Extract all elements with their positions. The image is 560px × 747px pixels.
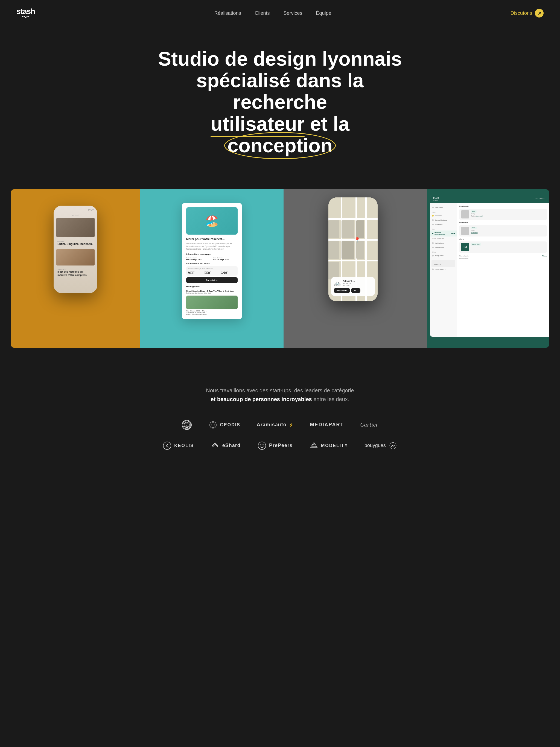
aramisauto-suffix: ⚡ bbox=[289, 423, 294, 427]
billing2-icon bbox=[432, 268, 434, 270]
cta-label: Discutons bbox=[510, 10, 532, 16]
travel-thanks-title: Merci pour votre réservat... bbox=[186, 237, 238, 241]
sidebar-item-billing2[interactable]: Billing items ··· bbox=[430, 267, 457, 272]
dashboard-header: PLUS by glmy Main > Plann... bbox=[430, 195, 549, 203]
alerts-card: +10 Started: Tod... bbox=[459, 241, 547, 253]
event-card-1: Vesti... Coding Today, More detail bbox=[459, 209, 547, 220]
sidebar-language-selector[interactable]: English (UK) bbox=[432, 260, 455, 267]
project-panel-bike[interactable]: 📍 🚲 Bik'Air L... BD 34 km 02:23:45 bbox=[284, 189, 427, 348]
client-logos-row2: KEOLIS eShard PrePeers bbox=[17, 441, 543, 450]
event-card-2: Vesti... Today, More detail bbox=[459, 225, 547, 236]
project-panel-dashboard[interactable]: PLUS by glmy Main > Plann... Hide menu A… bbox=[427, 189, 549, 348]
sidebar-admin-label: Admin bbox=[430, 210, 457, 213]
modelity-icon bbox=[309, 441, 319, 450]
prepeers-icon bbox=[257, 441, 267, 450]
alerts-text: Started: Tod... bbox=[471, 243, 481, 251]
brand-logo[interactable]: stash bbox=[17, 8, 35, 19]
client-prepeers: PrePeers bbox=[257, 441, 292, 450]
travel-hotel: Shanti Maurice Resort & Spa, The Villas … bbox=[186, 290, 238, 315]
dashboard-main: Event endi... Vesti... Coding Today, Mor… bbox=[457, 203, 549, 337]
perene-label-about: À propos bbox=[57, 240, 94, 242]
dashboard-breadcrumb: Main > Plann... bbox=[535, 198, 546, 200]
event-end-label: Event endi... bbox=[459, 205, 547, 207]
svg-point-10 bbox=[262, 444, 263, 445]
bike-fi-btn[interactable]: Fi... bbox=[351, 288, 360, 293]
client-entreprise: ENTREPRISE & PROGRÈS bbox=[182, 420, 192, 430]
event-text-1: Vesti... Coding Today, More detail bbox=[471, 210, 483, 218]
sidebar-item-hide-menu[interactable]: Hide menu bbox=[430, 205, 457, 210]
client-cartier: Cartier bbox=[360, 422, 378, 428]
sidebar-item-monitoring[interactable]: Monitoring bbox=[430, 222, 457, 227]
travel-dates-row: Date du départ Mar. 06 sept. 2023 Date d… bbox=[186, 257, 238, 261]
navbar: stash Réalisations Clients Services Équi… bbox=[0, 0, 560, 26]
sidebar-item-notifications[interactable]: Notifications bbox=[430, 241, 457, 245]
filters-label[interactable]: Filters bbox=[542, 255, 547, 257]
event-img-1 bbox=[461, 210, 469, 218]
planned-icon bbox=[432, 233, 433, 234]
nav-link-services[interactable]: Services bbox=[284, 10, 302, 16]
hero-title-line1: Studio de design lyonnais bbox=[158, 48, 402, 70]
alert-value: +10 bbox=[463, 246, 467, 248]
cta-button[interactable]: Discutons ↗ bbox=[510, 9, 543, 18]
notifications-icon bbox=[432, 242, 434, 244]
perene-text-block: À propos Entier. Singulier. Inattendu. bbox=[56, 239, 95, 247]
event-coding-tag: Coding bbox=[471, 213, 475, 215]
client-eshard: eShard bbox=[210, 441, 240, 450]
clients-intro-text: Nous travaillons avec des start-ups, des… bbox=[184, 386, 376, 404]
map-pin: 📍 bbox=[354, 237, 361, 243]
travel-hotel-img bbox=[186, 295, 238, 309]
nav-links: Réalisations Clients Services Équipe bbox=[214, 10, 331, 16]
travel-section-vol: Informations sur le vol bbox=[186, 262, 238, 265]
nav-link-realisations[interactable]: Réalisations bbox=[214, 10, 241, 16]
sidebar-item-planned[interactable]: Planned unavailability 17 bbox=[430, 231, 457, 236]
travel-illustration: 🏖️ bbox=[186, 207, 238, 235]
project-panel-travel[interactable]: 🏖️ Merci pour votre réservat... Votre ré… bbox=[140, 189, 284, 348]
nav-item-clients[interactable]: Clients bbox=[255, 10, 270, 16]
nav-link-clients[interactable]: Clients bbox=[255, 10, 270, 16]
travel-card: 🏖️ Merci pour votre réservat... Votre ré… bbox=[182, 203, 242, 319]
sidebar-item-general-settings[interactable]: General Settings bbox=[430, 218, 457, 222]
svg-text:PROGRÈS: PROGRÈS bbox=[183, 426, 190, 427]
cta-arrow-icon: ↗ bbox=[535, 9, 543, 18]
perene-hero-img bbox=[56, 218, 95, 237]
svg-point-7 bbox=[163, 442, 171, 449]
travel-depart-field: Date du départ Mar. 06 sept. 2023 bbox=[186, 257, 211, 261]
hero-title: Studio de design lyonnais spécialisé dan… bbox=[157, 48, 403, 156]
travel-retour-field: Date du retour Mar. 20 sept. 2023 bbox=[213, 257, 238, 261]
bike-distance: BD 34 km bbox=[343, 282, 355, 284]
project-panel-perene[interactable]: 17:47 perene.fr À propos Entier. Singuli… bbox=[11, 189, 140, 348]
powerplants-icon bbox=[432, 247, 434, 248]
billing-icon bbox=[432, 255, 434, 256]
sidebar-main-label: Main bbox=[430, 227, 457, 231]
perene-url: perene.fr bbox=[56, 214, 95, 216]
travel-section-voyage: Informations du voyage bbox=[186, 253, 238, 255]
travel-flight-row: N° de vol AF140 Départ à 12h30 N° de vol… bbox=[188, 271, 236, 274]
event-tag-1: Vesti... bbox=[471, 210, 477, 213]
event-more-detail-2[interactable]: More detail bbox=[471, 232, 478, 233]
nav-item-equipe[interactable]: Équipe bbox=[316, 10, 331, 16]
client-geodis: GEODIS bbox=[208, 420, 240, 430]
sidebar-item-billing[interactable]: Billing items bbox=[430, 254, 457, 258]
nav-link-equipe[interactable]: Équipe bbox=[316, 10, 331, 16]
powerplants-label: Powerplants bbox=[459, 258, 547, 259]
bike-action-buttons: Verrouiller Fi... bbox=[334, 288, 372, 293]
nav-item-realisations[interactable]: Réalisations bbox=[214, 10, 241, 16]
alerts-img: +10 bbox=[461, 243, 469, 251]
client-logos-row1: ENTREPRISE & PROGRÈS GEODIS Aramisauto⚡ … bbox=[17, 420, 543, 430]
sidebar-item-producers[interactable]: Producers bbox=[430, 213, 457, 218]
producers-icon bbox=[432, 215, 434, 216]
event-text-2: Vesti... Today, More detail bbox=[471, 227, 478, 235]
sidebar-item-powerplants[interactable]: Powerplants bbox=[430, 245, 457, 250]
nav-item-services[interactable]: Services bbox=[284, 10, 302, 16]
bike-lock-btn[interactable]: Verrouiller bbox=[334, 288, 350, 293]
entreprise-icon: ENTREPRISE & PROGRÈS bbox=[182, 420, 192, 430]
settings-icon bbox=[432, 219, 434, 221]
phone-time: 17:47 bbox=[56, 208, 95, 212]
billing2-more-icon: ··· bbox=[445, 268, 446, 270]
travel-enregistrer-btn[interactable]: Enregistrer bbox=[186, 277, 238, 283]
event-tag-2: Vesti... bbox=[471, 227, 477, 229]
bouygues-icon bbox=[388, 441, 398, 450]
sidebar-item-add-event[interactable]: + Add new event bbox=[430, 236, 457, 241]
eshard-icon bbox=[210, 441, 220, 450]
event-more-detail-1[interactable]: More detail bbox=[476, 215, 483, 217]
